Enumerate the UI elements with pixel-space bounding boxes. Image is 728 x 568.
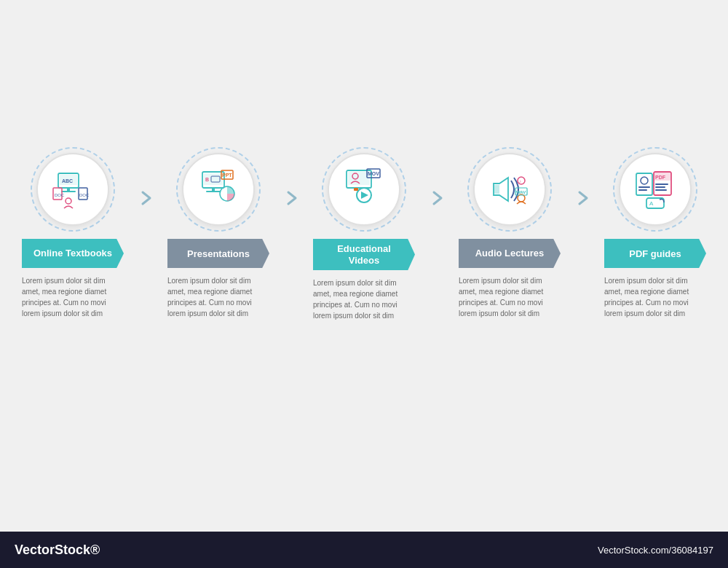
watermark-left-text: VectorStock® (15, 543, 100, 558)
svg-point-35 (641, 177, 648, 184)
svg-rect-42 (655, 186, 665, 188)
chevron-right-icon-1 (137, 189, 154, 207)
svg-text:PDF: PDF (655, 175, 666, 180)
watermark-right-text: VectorStock.com/36084197 (598, 545, 713, 556)
svg-text:ABC: ABC (62, 178, 73, 184)
svg-rect-28 (494, 185, 499, 194)
icon-circle-1: ABC DOC DOC (36, 153, 109, 226)
svg-text:MOV: MOV (368, 171, 379, 176)
svg-text:WAV: WAV (516, 190, 526, 194)
chevron-right-icon-2 (282, 189, 300, 207)
svg-rect-17 (206, 191, 221, 192)
presentations-icon: B PPT (197, 167, 240, 211)
icon-circle-4: ♪ WAV (473, 153, 546, 226)
icon-circle-5: PDF A (619, 153, 692, 226)
textbooks-icon: ABC DOC DOC (51, 167, 95, 211)
svg-text:DOC: DOC (55, 193, 65, 197)
svg-rect-43 (655, 189, 667, 191)
svg-point-9 (66, 198, 71, 204)
label-educational-videos: Educational Videos (313, 239, 415, 270)
item-educational-videos: MOV Educational Videos Lorem ipsum dolor… (301, 146, 427, 321)
label-pdf-guides: PDF guides (604, 239, 706, 268)
watermark-bar: VectorStock® VectorStock.com/36084197 (0, 532, 728, 568)
svg-rect-4 (61, 191, 76, 192)
desc-pdf-guides: Lorem ipsum dolor sit dim amet, mea regi… (604, 275, 706, 319)
svg-text:DOC: DOC (79, 193, 90, 197)
arrow-1 (135, 146, 156, 207)
circle-pdf-guides: PDF A (612, 146, 699, 233)
svg-marker-25 (361, 192, 368, 199)
circle-audio-lectures: ♪ WAV (466, 146, 553, 233)
svg-text:PPT: PPT (222, 173, 232, 178)
icon-circle-2: B PPT (182, 153, 255, 226)
icon-circle-3: MOV (328, 153, 400, 226)
svg-rect-37 (638, 189, 647, 191)
item-audio-lectures: ♪ WAV Audio Lectures Lorem ipsum dolor s… (447, 146, 572, 319)
svg-rect-3 (67, 188, 70, 191)
item-presentations: B PPT Presentations Lorem ipsum dolor si… (156, 146, 281, 319)
svg-rect-41 (655, 184, 668, 185)
desc-audio-lectures: Lorem ipsum dolor sit dim amet, mea regi… (459, 275, 561, 319)
svg-text:A: A (649, 200, 654, 207)
svg-text:B: B (205, 177, 209, 182)
svg-rect-36 (638, 186, 650, 188)
audio-icon: ♪ WAV (488, 167, 531, 211)
svg-text:♪: ♪ (519, 179, 521, 184)
pdf-icon: PDF A (633, 167, 677, 211)
label-audio-lectures: Audio Lectures (459, 239, 561, 268)
videos-icon: MOV (342, 167, 386, 211)
circle-presentations: B PPT (175, 146, 262, 233)
arrow-4 (572, 146, 593, 207)
chevron-right-icon-4 (574, 189, 591, 207)
desc-presentations: Lorem ipsum dolor sit dim amet, mea regi… (167, 275, 269, 319)
label-presentations: Presentations (167, 239, 269, 268)
item-online-textbooks: ABC DOC DOC Online Textbooks Lorem ipsum… (10, 146, 135, 319)
desc-online-textbooks: Lorem ipsum dolor sit dim amet, mea regi… (22, 275, 124, 319)
svg-rect-16 (212, 188, 215, 191)
label-online-textbooks: Online Textbooks (22, 239, 124, 268)
chevron-right-icon-3 (428, 189, 446, 207)
circle-educational-videos: MOV (320, 146, 408, 233)
circle-online-textbooks: ABC DOC DOC (29, 146, 116, 233)
arrow-2 (281, 146, 301, 207)
svg-rect-26 (354, 188, 358, 191)
desc-educational-videos: Lorem ipsum dolor sit dim amet, mea regi… (313, 277, 415, 321)
item-pdf-guides: PDF A PDF guides Lorem ipsum dolor sit d… (593, 146, 718, 319)
arrow-3 (427, 146, 447, 207)
infographic-container: ABC DOC DOC Online Textbooks Lorem ipsum… (0, 0, 728, 321)
